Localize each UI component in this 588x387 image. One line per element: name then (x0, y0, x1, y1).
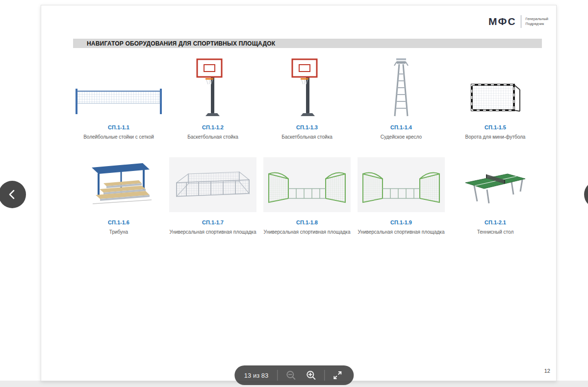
equipment-code: СП.1-1.6 (108, 219, 129, 225)
equipment-caption: Ворота для мини-футбола (465, 134, 526, 140)
toolbar-divider (277, 370, 278, 381)
fullscreen-button[interactable] (331, 369, 344, 382)
prev-page-button[interactable] (0, 181, 26, 208)
equipment-caption: Теннисный стол (477, 229, 513, 235)
fullscreen-expand-icon (332, 370, 342, 380)
equipment-caption: Баскетбольная стойка (281, 134, 332, 140)
equipment-caption: Универсальная спортивная площадка (358, 229, 445, 235)
tribune-icon (84, 157, 153, 212)
section-title: НАВИГАТОР ОБОРУДОВАНИЯ ДЛЯ СПОРТИВНЫХ ПЛ… (87, 40, 275, 47)
brand-divider (521, 15, 521, 28)
universal-sports-ground-icon (358, 157, 445, 212)
viewer-toolbar: 13 из 83 (234, 365, 354, 385)
equipment-code: СП.1-1.8 (296, 219, 318, 225)
page-number: 12 (544, 368, 550, 374)
equipment-code: СП.1-1.5 (485, 124, 506, 130)
zoom-in-button[interactable] (304, 368, 318, 382)
equipment-caption: Трибуна (109, 229, 128, 235)
equipment-grid: СП.1-1.1 Волейбольные стойки с сеткой СП… (72, 54, 542, 235)
section-title-bar: НАВИГАТОР ОБОРУДОВАНИЯ ДЛЯ СПОРТИВНЫХ ПЛ… (73, 39, 542, 48)
brand-logo: МФС Генеральный Подрядчик (488, 15, 548, 28)
equipment-code: СП.1-1.7 (202, 219, 224, 225)
brand-tagline: Генеральный Подрядчик (526, 17, 548, 26)
tennis-table-icon (462, 157, 528, 212)
equipment-card: СП.1-1.8 Универсальная спортивная площад… (260, 157, 354, 235)
equipment-card: СП.1-1.4 Судейское кресло (354, 54, 448, 140)
equipment-card: СП.1-1.5 Ворота для мини-футбола (448, 54, 542, 140)
equipment-caption: Универсальная спортивная площадка (170, 229, 256, 235)
equipment-caption: Баскетбольная стойка (187, 134, 238, 140)
zoom-out-icon (285, 370, 296, 381)
brand-tagline-line1: Генеральный (526, 17, 548, 22)
basketball-stand-icon (285, 54, 329, 117)
toolbar-divider (324, 370, 325, 381)
referee-chair-icon (385, 54, 417, 117)
chevron-left-icon (7, 189, 18, 200)
equipment-caption: Судейское кресло (381, 134, 422, 140)
equipment-card: СП.1-2.1 Теннисный стол (448, 157, 542, 235)
equipment-code: СП.1-1.2 (202, 124, 224, 130)
equipment-card: СП.1-1.1 Волейбольные стойки с сеткой (72, 54, 166, 140)
page-indicator: 13 из 83 (244, 372, 268, 379)
equipment-card: СП.1-1.9 Универсальная спортивная площад… (354, 157, 448, 235)
equipment-caption: Универсальная спортивная площадка (264, 229, 351, 235)
next-page-button[interactable] (584, 181, 588, 208)
brand-name: МФС (488, 16, 516, 27)
mini-football-goal-icon (469, 54, 522, 117)
equipment-code: СП.1-1.9 (390, 219, 412, 225)
brand-tagline-line2: Подрядчик (526, 22, 548, 26)
universal-sports-ground-icon (169, 157, 256, 212)
equipment-caption: Волейбольные стойки с сеткой (83, 134, 154, 140)
universal-sports-ground-icon (263, 157, 351, 212)
zoom-out-button[interactable] (284, 368, 298, 382)
equipment-code: СП.1-1.1 (108, 124, 129, 130)
basketball-stand-icon (191, 54, 234, 117)
equipment-card: СП.1-1.7 Универсальная спортивная площад… (166, 157, 260, 235)
equipment-card: СП.1-1.2 Баскетбольная стойка (166, 54, 260, 140)
equipment-code: СП.1-1.4 (390, 124, 412, 130)
document-page: МФС Генеральный Подрядчик НАВИГАТОР ОБОР… (41, 5, 557, 381)
equipment-code: СП.1-2.1 (485, 219, 506, 225)
equipment-card: СП.1-1.3 Баскетбольная стойка (260, 54, 354, 140)
volleyball-net-icon (75, 54, 163, 117)
zoom-in-icon (306, 370, 316, 381)
equipment-card: СП.1-1.6 Трибуна (72, 157, 166, 235)
equipment-code: СП.1-1.3 (296, 124, 318, 130)
